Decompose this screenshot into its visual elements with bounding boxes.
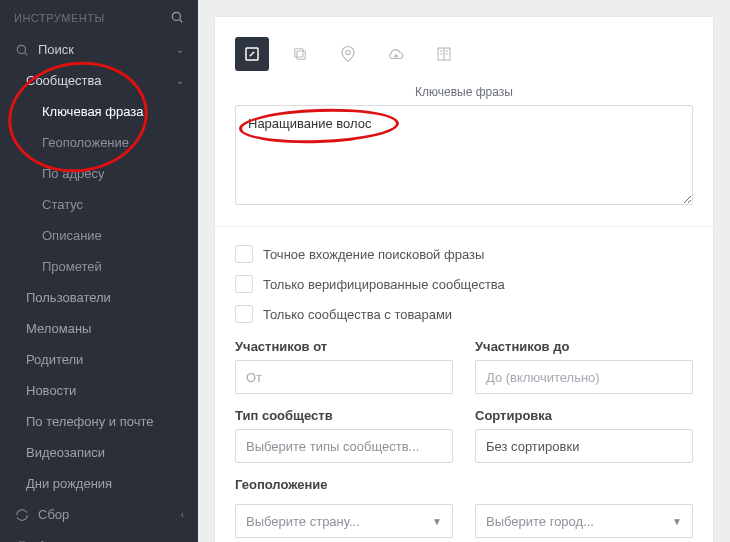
svg-point-7 xyxy=(346,50,351,55)
field-sort: Сортировка Без сортировки xyxy=(475,408,693,463)
caret-down-icon: ▼ xyxy=(672,516,682,527)
select-placeholder: Выберите город... xyxy=(486,514,594,529)
svg-rect-5 xyxy=(297,51,305,59)
sidebar-item-users[interactable]: Пользователи xyxy=(0,282,198,313)
main-panel: Ключевые фразы Точное вхождение поисково… xyxy=(198,0,730,542)
field-members-to: Участников до xyxy=(475,339,693,394)
checkbox-label: Только верифицированные сообщества xyxy=(263,277,505,292)
tab-edit[interactable] xyxy=(235,37,269,71)
svg-point-2 xyxy=(17,45,25,53)
sidebar-header: ИНСТРУМЕНТЫ xyxy=(0,0,198,34)
sidebar-item-videos[interactable]: Видеозаписи xyxy=(0,437,198,468)
select-placeholder: Выберите страну... xyxy=(246,514,360,529)
sidebar-item-melomany[interactable]: Меломаны xyxy=(0,313,198,344)
form-card: Ключевые фразы Точное вхождение поисково… xyxy=(214,16,714,542)
heart-icon xyxy=(14,539,30,543)
search-icon[interactable] xyxy=(170,10,184,26)
tab-toolbar xyxy=(235,33,693,85)
sidebar-item-sbor[interactable]: Сбор ‹ xyxy=(0,499,198,530)
sidebar-sub-status[interactable]: Статус xyxy=(0,189,198,220)
select-value: Без сортировки xyxy=(486,439,579,454)
select-placeholder: Выберите типы сообществ... xyxy=(246,439,419,454)
svg-point-0 xyxy=(172,12,180,20)
field-members-from: Участников от xyxy=(235,339,453,394)
refresh-icon xyxy=(14,508,30,522)
svg-rect-6 xyxy=(295,49,303,57)
svg-line-1 xyxy=(180,20,183,23)
tab-pin[interactable] xyxy=(331,37,365,71)
divider xyxy=(215,226,713,227)
field-city: Выберите город... ▼ xyxy=(475,504,693,538)
field-label: Участников до xyxy=(475,339,693,354)
sidebar-item-phone-mail[interactable]: По телефону и почте xyxy=(0,406,198,437)
sidebar-item-news[interactable]: Новости xyxy=(0,375,198,406)
sidebar-item-label: Активности xyxy=(38,538,107,542)
svg-line-3 xyxy=(25,52,28,55)
members-from-input[interactable] xyxy=(235,360,453,394)
checkbox-label: Только сообщества с товарами xyxy=(263,307,452,322)
sidebar-item-label: Поиск xyxy=(38,42,74,57)
checkbox-box xyxy=(235,245,253,263)
checkbox-exact[interactable]: Точное вхождение поисковой фразы xyxy=(235,245,693,263)
field-country: Выберите страну... ▼ xyxy=(235,504,453,538)
country-select[interactable]: Выберите страну... ▼ xyxy=(235,504,453,538)
field-label: Тип сообществ xyxy=(235,408,453,423)
checkbox-label: Точное вхождение поисковой фразы xyxy=(263,247,484,262)
keyphrase-textarea[interactable] xyxy=(235,105,693,205)
field-community-type: Тип сообществ Выберите типы сообществ... xyxy=(235,408,453,463)
chevron-down-icon: ⌄ xyxy=(176,44,184,55)
sidebar-sub-address[interactable]: По адресу xyxy=(0,158,198,189)
chevron-left-icon: ‹ xyxy=(181,509,184,520)
sort-select[interactable]: Без сортировки xyxy=(475,429,693,463)
field-label: Сортировка xyxy=(475,408,693,423)
city-select[interactable]: Выберите город... ▼ xyxy=(475,504,693,538)
fields-grid: Участников от Участников до Тип сообщест… xyxy=(235,339,693,538)
members-to-input[interactable] xyxy=(475,360,693,394)
sidebar-section-communities[interactable]: Сообщества ⌄ xyxy=(0,65,198,96)
caret-down-icon: ▼ xyxy=(432,516,442,527)
community-type-select[interactable]: Выберите типы сообществ... xyxy=(235,429,453,463)
tab-copy[interactable] xyxy=(283,37,317,71)
sidebar-item-parents[interactable]: Родители xyxy=(0,344,198,375)
sidebar-title: ИНСТРУМЕНТЫ xyxy=(14,12,105,24)
magnifier-icon xyxy=(14,43,30,57)
sidebar-item-search[interactable]: Поиск ⌄ xyxy=(0,34,198,65)
sidebar-sub-keyphrase[interactable]: Ключевая фраза xyxy=(0,96,198,127)
field-label: Участников от xyxy=(235,339,453,354)
sidebar-sub-geo[interactable]: Геоположение xyxy=(0,127,198,158)
sidebar-top-group: Поиск ⌄ Сообщества ⌄ Ключевая фраза Геоп… xyxy=(0,34,198,282)
sidebar: ИНСТРУМЕНТЫ Поиск ⌄ Сообщества ⌄ Ключева… xyxy=(0,0,198,542)
sidebar-section-label: Сообщества xyxy=(26,73,102,88)
checkbox-box xyxy=(235,275,253,293)
checkbox-box xyxy=(235,305,253,323)
checkbox-group: Точное вхождение поисковой фразы Только … xyxy=(235,245,693,323)
tab-book[interactable] xyxy=(427,37,461,71)
field-label: Геоположение xyxy=(235,477,693,492)
tab-cloud[interactable] xyxy=(379,37,413,71)
geo-label-row: Геоположение xyxy=(235,477,693,498)
sidebar-sub-prometheus[interactable]: Прометей xyxy=(0,251,198,282)
keyphrases-title: Ключевые фразы xyxy=(235,85,693,99)
checkbox-verified[interactable]: Только верифицированные сообщества xyxy=(235,275,693,293)
sidebar-item-label: Сбор xyxy=(38,507,69,522)
sidebar-sub-description[interactable]: Описание xyxy=(0,220,198,251)
sidebar-item-activities[interactable]: Активности ‹ xyxy=(0,530,198,542)
checkbox-goods[interactable]: Только сообщества с товарами xyxy=(235,305,693,323)
chevron-down-icon: ⌄ xyxy=(176,75,184,86)
sidebar-item-birthdays[interactable]: Дни рождения xyxy=(0,468,198,499)
